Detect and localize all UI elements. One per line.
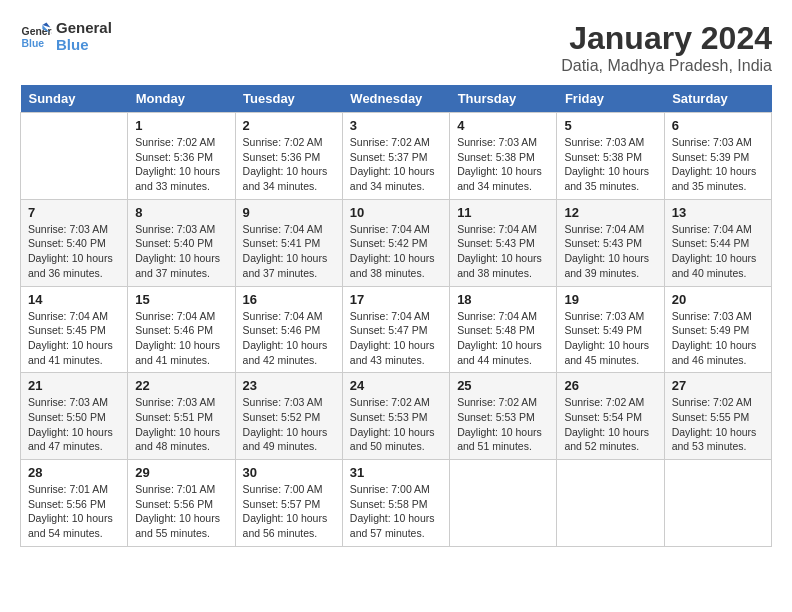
day-number: 30	[243, 465, 335, 480]
calendar-cell: 22Sunrise: 7:03 AM Sunset: 5:51 PM Dayli…	[128, 373, 235, 460]
day-number: 2	[243, 118, 335, 133]
calendar-cell: 23Sunrise: 7:03 AM Sunset: 5:52 PM Dayli…	[235, 373, 342, 460]
calendar-cell: 6Sunrise: 7:03 AM Sunset: 5:39 PM Daylig…	[664, 113, 771, 200]
day-info: Sunrise: 7:04 AM Sunset: 5:44 PM Dayligh…	[672, 222, 764, 281]
calendar-day-header: Wednesday	[342, 85, 449, 113]
day-number: 7	[28, 205, 120, 220]
day-number: 18	[457, 292, 549, 307]
calendar-cell: 25Sunrise: 7:02 AM Sunset: 5:53 PM Dayli…	[450, 373, 557, 460]
calendar-cell: 2Sunrise: 7:02 AM Sunset: 5:36 PM Daylig…	[235, 113, 342, 200]
calendar-cell	[21, 113, 128, 200]
svg-text:Blue: Blue	[22, 37, 45, 48]
calendar-cell: 19Sunrise: 7:03 AM Sunset: 5:49 PM Dayli…	[557, 286, 664, 373]
calendar-cell: 26Sunrise: 7:02 AM Sunset: 5:54 PM Dayli…	[557, 373, 664, 460]
day-number: 22	[135, 378, 227, 393]
svg-text:General: General	[22, 26, 52, 37]
day-number: 3	[350, 118, 442, 133]
day-number: 8	[135, 205, 227, 220]
calendar-cell	[664, 460, 771, 547]
day-number: 31	[350, 465, 442, 480]
calendar-cell: 17Sunrise: 7:04 AM Sunset: 5:47 PM Dayli…	[342, 286, 449, 373]
calendar-cell: 4Sunrise: 7:03 AM Sunset: 5:38 PM Daylig…	[450, 113, 557, 200]
calendar-day-header: Thursday	[450, 85, 557, 113]
day-info: Sunrise: 7:04 AM Sunset: 5:41 PM Dayligh…	[243, 222, 335, 281]
day-info: Sunrise: 7:02 AM Sunset: 5:54 PM Dayligh…	[564, 395, 656, 454]
day-number: 28	[28, 465, 120, 480]
calendar-day-header: Tuesday	[235, 85, 342, 113]
day-info: Sunrise: 7:03 AM Sunset: 5:49 PM Dayligh…	[564, 309, 656, 368]
day-number: 12	[564, 205, 656, 220]
calendar-body: 1Sunrise: 7:02 AM Sunset: 5:36 PM Daylig…	[21, 113, 772, 547]
day-info: Sunrise: 7:04 AM Sunset: 5:42 PM Dayligh…	[350, 222, 442, 281]
logo: General Blue General Blue	[20, 20, 112, 53]
day-info: Sunrise: 7:00 AM Sunset: 5:57 PM Dayligh…	[243, 482, 335, 541]
calendar-cell: 16Sunrise: 7:04 AM Sunset: 5:46 PM Dayli…	[235, 286, 342, 373]
calendar-cell: 29Sunrise: 7:01 AM Sunset: 5:56 PM Dayli…	[128, 460, 235, 547]
day-number: 4	[457, 118, 549, 133]
calendar-week-row: 7Sunrise: 7:03 AM Sunset: 5:40 PM Daylig…	[21, 199, 772, 286]
day-number: 11	[457, 205, 549, 220]
calendar-day-header: Sunday	[21, 85, 128, 113]
calendar-cell: 28Sunrise: 7:01 AM Sunset: 5:56 PM Dayli…	[21, 460, 128, 547]
calendar-cell: 21Sunrise: 7:03 AM Sunset: 5:50 PM Dayli…	[21, 373, 128, 460]
day-info: Sunrise: 7:03 AM Sunset: 5:38 PM Dayligh…	[564, 135, 656, 194]
day-info: Sunrise: 7:01 AM Sunset: 5:56 PM Dayligh…	[135, 482, 227, 541]
day-info: Sunrise: 7:02 AM Sunset: 5:55 PM Dayligh…	[672, 395, 764, 454]
calendar-cell: 9Sunrise: 7:04 AM Sunset: 5:41 PM Daylig…	[235, 199, 342, 286]
day-info: Sunrise: 7:03 AM Sunset: 5:38 PM Dayligh…	[457, 135, 549, 194]
day-number: 19	[564, 292, 656, 307]
calendar-cell: 12Sunrise: 7:04 AM Sunset: 5:43 PM Dayli…	[557, 199, 664, 286]
day-number: 23	[243, 378, 335, 393]
day-number: 25	[457, 378, 549, 393]
calendar-cell: 7Sunrise: 7:03 AM Sunset: 5:40 PM Daylig…	[21, 199, 128, 286]
calendar-week-row: 14Sunrise: 7:04 AM Sunset: 5:45 PM Dayli…	[21, 286, 772, 373]
calendar-cell: 20Sunrise: 7:03 AM Sunset: 5:49 PM Dayli…	[664, 286, 771, 373]
day-info: Sunrise: 7:02 AM Sunset: 5:36 PM Dayligh…	[135, 135, 227, 194]
calendar-cell: 18Sunrise: 7:04 AM Sunset: 5:48 PM Dayli…	[450, 286, 557, 373]
calendar-week-row: 1Sunrise: 7:02 AM Sunset: 5:36 PM Daylig…	[21, 113, 772, 200]
day-info: Sunrise: 7:04 AM Sunset: 5:43 PM Dayligh…	[564, 222, 656, 281]
day-number: 9	[243, 205, 335, 220]
calendar-cell: 31Sunrise: 7:00 AM Sunset: 5:58 PM Dayli…	[342, 460, 449, 547]
day-info: Sunrise: 7:02 AM Sunset: 5:53 PM Dayligh…	[457, 395, 549, 454]
day-number: 26	[564, 378, 656, 393]
day-info: Sunrise: 7:04 AM Sunset: 5:47 PM Dayligh…	[350, 309, 442, 368]
day-number: 16	[243, 292, 335, 307]
day-number: 14	[28, 292, 120, 307]
day-number: 1	[135, 118, 227, 133]
day-number: 13	[672, 205, 764, 220]
day-info: Sunrise: 7:02 AM Sunset: 5:37 PM Dayligh…	[350, 135, 442, 194]
calendar-header-row: SundayMondayTuesdayWednesdayThursdayFrid…	[21, 85, 772, 113]
calendar-cell: 15Sunrise: 7:04 AM Sunset: 5:46 PM Dayli…	[128, 286, 235, 373]
calendar-cell: 24Sunrise: 7:02 AM Sunset: 5:53 PM Dayli…	[342, 373, 449, 460]
calendar-day-header: Friday	[557, 85, 664, 113]
day-info: Sunrise: 7:03 AM Sunset: 5:40 PM Dayligh…	[135, 222, 227, 281]
day-info: Sunrise: 7:03 AM Sunset: 5:39 PM Dayligh…	[672, 135, 764, 194]
header: General Blue General Blue January 2024 D…	[20, 20, 772, 75]
day-number: 24	[350, 378, 442, 393]
day-info: Sunrise: 7:00 AM Sunset: 5:58 PM Dayligh…	[350, 482, 442, 541]
calendar-week-row: 28Sunrise: 7:01 AM Sunset: 5:56 PM Dayli…	[21, 460, 772, 547]
day-info: Sunrise: 7:04 AM Sunset: 5:48 PM Dayligh…	[457, 309, 549, 368]
calendar-cell: 1Sunrise: 7:02 AM Sunset: 5:36 PM Daylig…	[128, 113, 235, 200]
day-info: Sunrise: 7:04 AM Sunset: 5:43 PM Dayligh…	[457, 222, 549, 281]
day-info: Sunrise: 7:01 AM Sunset: 5:56 PM Dayligh…	[28, 482, 120, 541]
calendar-cell: 27Sunrise: 7:02 AM Sunset: 5:55 PM Dayli…	[664, 373, 771, 460]
title-area: January 2024 Datia, Madhya Pradesh, Indi…	[561, 20, 772, 75]
calendar-cell: 13Sunrise: 7:04 AM Sunset: 5:44 PM Dayli…	[664, 199, 771, 286]
day-info: Sunrise: 7:03 AM Sunset: 5:50 PM Dayligh…	[28, 395, 120, 454]
subtitle: Datia, Madhya Pradesh, India	[561, 57, 772, 75]
calendar-week-row: 21Sunrise: 7:03 AM Sunset: 5:50 PM Dayli…	[21, 373, 772, 460]
calendar-cell: 11Sunrise: 7:04 AM Sunset: 5:43 PM Dayli…	[450, 199, 557, 286]
calendar-cell: 14Sunrise: 7:04 AM Sunset: 5:45 PM Dayli…	[21, 286, 128, 373]
logo-icon: General Blue	[20, 21, 52, 53]
day-number: 21	[28, 378, 120, 393]
calendar-table: SundayMondayTuesdayWednesdayThursdayFrid…	[20, 85, 772, 547]
calendar-day-header: Monday	[128, 85, 235, 113]
calendar-cell: 30Sunrise: 7:00 AM Sunset: 5:57 PM Dayli…	[235, 460, 342, 547]
day-number: 29	[135, 465, 227, 480]
day-info: Sunrise: 7:04 AM Sunset: 5:46 PM Dayligh…	[135, 309, 227, 368]
day-number: 27	[672, 378, 764, 393]
day-number: 20	[672, 292, 764, 307]
day-info: Sunrise: 7:03 AM Sunset: 5:51 PM Dayligh…	[135, 395, 227, 454]
